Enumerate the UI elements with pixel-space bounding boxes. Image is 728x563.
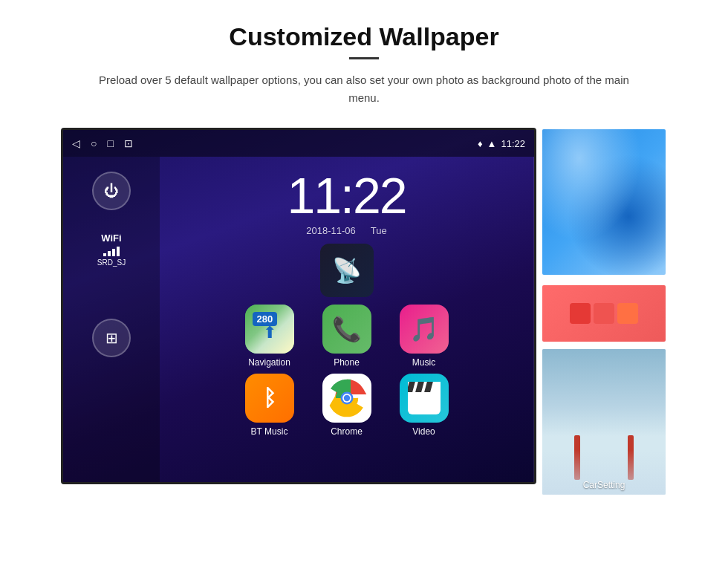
navigation-label: Navigation (248, 357, 290, 368)
wifi-label: WiFi (101, 232, 121, 244)
wallpaper-ice[interactable] (541, 128, 667, 276)
status-bar: ◁ ○ □ ⊡ ♦ ▲ 11:22 (63, 130, 534, 157)
status-nav-icons: ◁ ○ □ ⊡ (72, 137, 133, 149)
preview-app-2 (594, 303, 614, 324)
status-time: 11:22 (501, 138, 525, 149)
app-navigation[interactable]: 280 ⬆ Navigation (236, 305, 303, 368)
page-description: Preload over 5 default wallpaper options… (97, 71, 631, 107)
apps-row-1: 280 ⬆ Navigation 📞 Phone (236, 305, 458, 368)
phone-icon: 📞 (322, 305, 371, 354)
app-bt-music[interactable]: ᛒ BT Music (236, 374, 303, 437)
video-icon (400, 374, 449, 423)
radio-widget[interactable]: 📡 (320, 244, 374, 297)
back-icon[interactable]: ◁ (72, 137, 80, 149)
apps-row-2: ᛒ BT Music (236, 374, 458, 437)
chrome-svg (327, 378, 367, 418)
bridge-visual (542, 349, 666, 495)
app-video[interactable]: Video (391, 374, 458, 437)
wallpaper-thumbnails: CarSetting (541, 128, 667, 496)
wifi-ssid: SRD_SJ (97, 258, 126, 267)
device-area: ◁ ○ □ ⊡ ♦ ▲ 11:22 ⏻ WiFi (45, 128, 683, 496)
wifi-status-icon: ▲ (487, 138, 497, 149)
wifi-bars (103, 246, 120, 256)
wifi-bar-1 (103, 253, 106, 256)
clock-date: 2018-11-06 Tue (306, 225, 386, 236)
left-sidebar: ⏻ WiFi SRD_SJ ⊞ (63, 157, 160, 482)
power-icon: ⏻ (104, 183, 119, 200)
phone-symbol: 📞 (332, 315, 362, 343)
music-symbol: 🎵 (409, 315, 439, 343)
app-phone[interactable]: 📞 Phone (313, 305, 380, 368)
wifi-bar-4 (117, 247, 120, 256)
preview-app-3 (617, 303, 638, 324)
preview-app-1 (570, 303, 591, 324)
wallpaper-bridge[interactable]: CarSetting (541, 348, 667, 496)
apps-grid-icon: ⊞ (105, 329, 118, 347)
home-icon[interactable]: ○ (91, 137, 97, 149)
video-label: Video (412, 426, 435, 437)
square-icon[interactable]: □ (107, 137, 113, 149)
location-icon: ♦ (478, 138, 483, 149)
bluetooth-symbol: ᛒ (263, 385, 276, 411)
chrome-label: Chrome (331, 426, 363, 437)
clock-panel: 11:22 2018-11-06 Tue 📡 (160, 157, 534, 482)
widgets-row: 📡 (320, 244, 374, 297)
main-content-area: ⏻ WiFi SRD_SJ ⊞ 11:22 (63, 157, 534, 482)
wifi-bar-3 (112, 249, 115, 256)
navigation-icon: 280 ⬆ (245, 305, 294, 354)
wifi-block: WiFi SRD_SJ (97, 232, 126, 267)
clock-display: 11:22 (287, 170, 406, 221)
clapper-icon (408, 382, 441, 414)
apps-section: 280 ⬆ Navigation 📞 Phone (229, 297, 465, 444)
music-label: Music (412, 357, 435, 368)
wallpaper-device-preview (541, 284, 667, 343)
bt-music-label: BT Music (251, 426, 288, 437)
image-icon[interactable]: ⊡ (124, 137, 133, 149)
wifi-bar-2 (108, 251, 111, 256)
apps-button[interactable]: ⊞ (92, 319, 131, 357)
carsetting-label: CarSetting (583, 480, 625, 490)
preview-apps (567, 300, 641, 327)
clock-day: Tue (371, 225, 387, 236)
ice-visual (542, 129, 666, 275)
chrome-icon (322, 374, 371, 423)
title-divider (349, 57, 379, 59)
power-button[interactable]: ⏻ (92, 172, 131, 210)
status-right-icons: ♦ ▲ 11:22 (478, 138, 525, 149)
phone-label: Phone (334, 357, 360, 368)
music-icon: 🎵 (400, 305, 449, 354)
clock-date-value: 2018-11-06 (306, 225, 356, 236)
bt-music-icon: ᛒ (245, 374, 294, 423)
radio-icon: 📡 (332, 256, 362, 284)
app-chrome[interactable]: Chrome (313, 374, 380, 437)
svg-point-3 (343, 395, 349, 401)
nav-shield: 280 (253, 312, 278, 326)
page-title: Customized Wallpaper (229, 22, 498, 51)
android-screen: ◁ ○ □ ⊡ ♦ ▲ 11:22 ⏻ WiFi (61, 128, 536, 484)
app-music[interactable]: 🎵 Music (391, 305, 458, 368)
